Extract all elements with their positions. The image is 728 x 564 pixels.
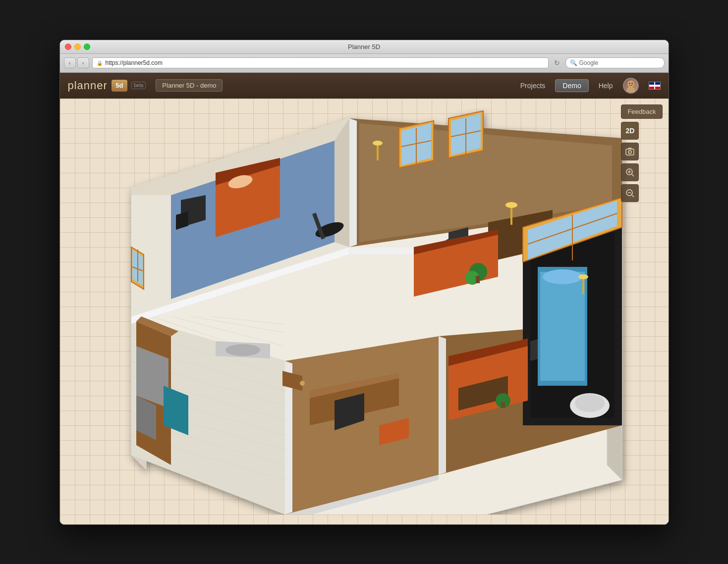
right-toolbar: Feedback 2D (621, 104, 662, 202)
svg-point-98 (628, 151, 631, 154)
help-link[interactable]: Help (599, 82, 613, 90)
svg-point-52 (505, 202, 517, 208)
demo-link[interactable]: Demo (555, 79, 588, 92)
nav-buttons: ‹ › (64, 57, 89, 68)
svg-rect-97 (626, 149, 634, 155)
svg-line-104 (632, 195, 634, 197)
view-2d-button[interactable]: 2D (621, 122, 639, 140)
svg-point-94 (373, 141, 383, 146)
beta-badge: beta (131, 82, 146, 89)
logo-area: planner 5d beta Planner 5D - demo (68, 79, 223, 92)
svg-point-96 (578, 274, 588, 279)
svg-marker-75 (540, 272, 585, 381)
svg-line-100 (632, 174, 634, 176)
logo-text: planner (68, 79, 108, 92)
search-bar[interactable]: 🔍 Google (565, 57, 665, 68)
nav-links: Projects Demo Help (520, 78, 661, 94)
svg-point-1 (626, 86, 635, 93)
main-content: Feedback 2D (60, 99, 669, 524)
traffic-lights (65, 44, 90, 50)
svg-point-76 (543, 269, 582, 284)
window-title: Planner 5D (348, 43, 380, 51)
search-placeholder: Google (579, 59, 599, 66)
lock-icon: 🔒 (97, 60, 103, 66)
language-flag[interactable] (649, 82, 661, 90)
svg-marker-32 (349, 118, 357, 247)
url-text: https://planner5d.com (106, 59, 163, 66)
svg-point-73 (575, 394, 605, 412)
screenshot-button[interactable] (621, 143, 639, 160)
svg-point-61 (300, 381, 305, 386)
svg-point-0 (627, 80, 634, 87)
close-button[interactable] (65, 44, 71, 50)
refresh-button[interactable]: ↻ (552, 57, 562, 68)
app-nav: planner 5d beta Planner 5D - demo Projec… (60, 73, 669, 99)
address-bar: ‹ › 🔒 https://planner5d.com ↻ 🔍 Google (60, 54, 669, 73)
search-icon: 🔍 (570, 59, 577, 66)
svg-rect-71 (501, 402, 505, 408)
svg-rect-50 (476, 276, 480, 283)
url-bar[interactable]: 🔒 https://planner5d.com (92, 57, 549, 68)
svg-marker-33 (439, 336, 446, 475)
svg-point-2 (629, 83, 630, 84)
feedback-button[interactable]: Feedback (621, 104, 662, 119)
svg-point-56 (225, 344, 260, 356)
forward-button[interactable]: › (77, 57, 89, 68)
title-bar: Planner 5D (60, 40, 669, 54)
back-button[interactable]: ‹ (64, 57, 76, 68)
mac-window: Planner 5D ‹ › 🔒 https://planner5d.com ↻… (59, 40, 669, 525)
project-name[interactable]: Planner 5D - demo (156, 79, 223, 92)
projects-link[interactable]: Projects (520, 82, 546, 90)
svg-rect-93 (377, 143, 379, 160)
zoom-out-button[interactable] (621, 184, 639, 202)
minimize-button[interactable] (74, 44, 81, 50)
svg-point-3 (631, 83, 633, 84)
svg-rect-95 (582, 277, 584, 294)
zoom-in-button[interactable] (621, 163, 639, 181)
logo-5d[interactable]: 5d (112, 80, 127, 92)
user-avatar[interactable] (623, 78, 639, 94)
maximize-button[interactable] (84, 44, 90, 50)
floorplan-container[interactable] (60, 99, 669, 524)
